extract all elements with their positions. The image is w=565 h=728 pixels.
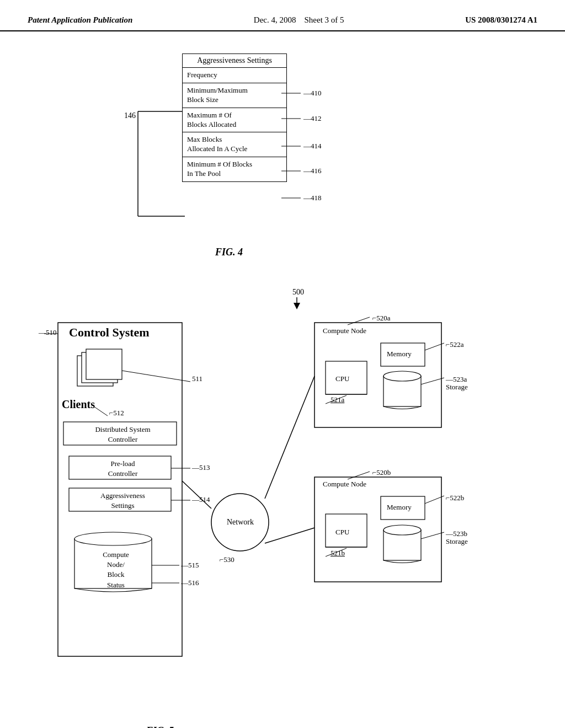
svg-line-47 xyxy=(425,343,444,350)
label-520b: ⌐520b xyxy=(372,468,391,477)
svg-text:—416: —416 xyxy=(303,167,322,175)
svg-line-41 xyxy=(94,406,108,416)
label-516: —516 xyxy=(181,579,199,587)
svg-line-51 xyxy=(425,496,444,504)
settings-item-maxblocks: Maximum # OfBlocks Allocated xyxy=(183,108,286,133)
compute-node-a-label: Compute Node xyxy=(323,326,366,335)
svg-rect-32 xyxy=(315,477,441,582)
label-512: ⌐512 xyxy=(109,409,124,417)
distributed-controller-text: Distributed SystemController xyxy=(69,425,177,445)
cpu-a-label: CPU xyxy=(335,374,349,383)
svg-text:—414: —414 xyxy=(303,142,322,150)
memory-b-label: Memory xyxy=(387,503,412,512)
svg-point-30 xyxy=(383,371,421,381)
memory-a-label: Memory xyxy=(387,350,412,358)
svg-text:—410: —410 xyxy=(303,89,322,97)
label-522a: ⌐522a xyxy=(446,340,464,349)
label-500: 500 xyxy=(292,288,304,297)
svg-line-48 xyxy=(421,378,444,384)
label-514: —514 xyxy=(192,495,210,504)
label-510: —510 xyxy=(39,328,57,337)
label-515: —515 xyxy=(181,561,199,570)
label-520a: ⌐520a xyxy=(372,314,391,323)
svg-point-22 xyxy=(74,532,152,545)
svg-line-31 xyxy=(265,376,315,499)
storage-a-label: Storage xyxy=(446,383,468,392)
label-521a: 521a xyxy=(331,395,344,404)
aggressiveness-text: AggressivenessSettings xyxy=(74,491,171,511)
fig5-caption: FIG. 5 xyxy=(146,725,174,728)
svg-line-52 xyxy=(421,532,444,539)
svg-text:—412: —412 xyxy=(303,114,322,122)
settings-item-frequency: Frequency xyxy=(183,68,286,83)
clients-label: Clients xyxy=(62,398,95,411)
svg-rect-25 xyxy=(315,323,441,427)
storage-b-label: Storage xyxy=(446,537,468,546)
bracket-146-svg xyxy=(28,81,193,219)
page-header: Patent Application Publication Dec. 4, 2… xyxy=(0,0,565,31)
svg-rect-17 xyxy=(86,349,122,379)
settings-items-list: Frequency Minimum/MaximumBlock Size Maxi… xyxy=(182,68,287,182)
svg-line-38 xyxy=(265,528,315,543)
svg-line-46 xyxy=(348,317,370,325)
svg-rect-15 xyxy=(77,356,113,386)
svg-text:—418: —418 xyxy=(303,194,322,202)
fig5-section: 500 xyxy=(28,285,537,728)
svg-point-37 xyxy=(383,525,421,535)
svg-line-50 xyxy=(348,472,370,479)
fig4-caption: FIG. 4 xyxy=(215,247,243,258)
label-522b: ⌐522b xyxy=(446,494,464,502)
svg-rect-16 xyxy=(82,352,118,383)
label-513: —513 xyxy=(192,463,210,472)
svg-rect-36 xyxy=(383,530,421,560)
svg-rect-29 xyxy=(383,376,421,406)
ref-lines-svg: —410 —412 —414 —416 —418 xyxy=(281,81,348,219)
compute-block-status-text: ComputeNode/BlockStatus xyxy=(80,550,152,590)
settings-item-blocksize: Minimum/MaximumBlock Size xyxy=(183,83,286,108)
label-521b: 521b xyxy=(331,549,345,558)
compute-node-b-label: Compute Node xyxy=(323,480,366,489)
control-system-title: Control System xyxy=(69,325,150,340)
header-left: Patent Application Publication xyxy=(28,15,132,25)
settings-item-minpool: Minimum # Of BlocksIn The Pool xyxy=(183,157,286,181)
header-center: Dec. 4, 2008 Sheet 3 of 5 xyxy=(254,15,344,25)
header-right: US 2008/0301274 A1 xyxy=(465,15,537,25)
settings-item-maxcycle: Max BlocksAllocated In A Cycle xyxy=(183,132,286,157)
svg-line-40 xyxy=(122,371,190,382)
settings-container: Aggressiveness Settings Frequency Minimu… xyxy=(182,53,287,182)
svg-rect-14 xyxy=(58,323,182,656)
label-530: ⌐530 xyxy=(220,555,234,564)
fig4-section: 146 Aggressiveness Settings Frequency Mi… xyxy=(28,48,537,285)
label-511: 511 xyxy=(192,374,202,383)
network-label: Network xyxy=(225,518,255,527)
cpu-b-label: CPU xyxy=(335,528,349,537)
page-content: 146 Aggressiveness Settings Frequency Mi… xyxy=(0,31,565,728)
settings-title: Aggressiveness Settings xyxy=(182,53,287,68)
preload-controller-text: Pre-loadController xyxy=(74,459,171,479)
svg-line-24 xyxy=(182,481,211,508)
